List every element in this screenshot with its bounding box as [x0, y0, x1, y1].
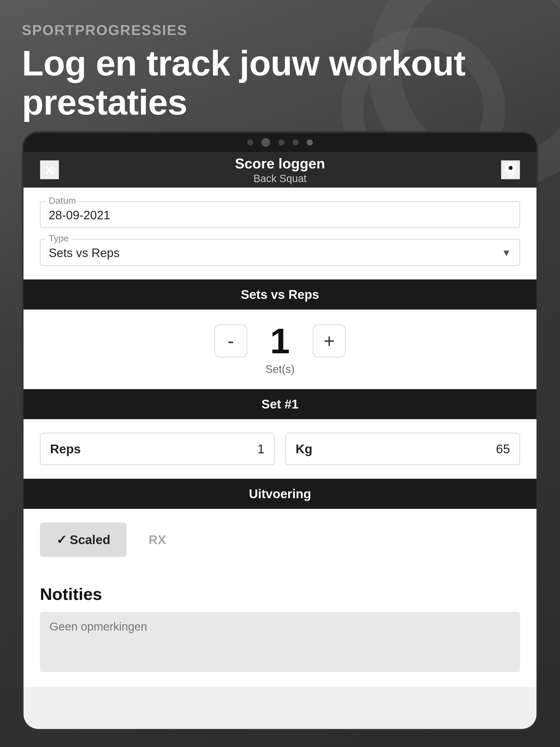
nav-bar: × Score loggen Back Squat: [24, 152, 536, 187]
location-button[interactable]: [501, 160, 520, 179]
scaled-button[interactable]: ✓Scaled: [40, 522, 127, 557]
reps-label: Reps: [50, 442, 81, 456]
set1-label: Set #1: [261, 397, 299, 411]
sets-counter-section: - 1 + Set(s): [24, 310, 536, 389]
rx-button[interactable]: RX: [132, 522, 182, 557]
camera-dot-3: [278, 139, 284, 146]
sets-vs-reps-header: Sets vs Reps: [24, 279, 536, 310]
datum-label: Datum: [46, 195, 79, 206]
camera-dot-5: [307, 139, 313, 146]
header-title: Log en track jouw workout prestaties: [22, 44, 538, 122]
check-icon: ✓: [56, 533, 67, 547]
kg-label: Kg: [296, 442, 312, 456]
datum-value: 28-09-2021: [49, 206, 511, 222]
increment-sets-button[interactable]: +: [313, 325, 346, 357]
sets-unit-label: Set(s): [265, 363, 295, 376]
sets-count-value: 1: [263, 323, 297, 359]
kg-value: 65: [496, 442, 510, 456]
scroll-content[interactable]: Datum 28-09-2021 Type Sets vs Reps ▼ Set…: [24, 187, 536, 729]
notities-title: Notities: [40, 584, 520, 604]
reps-kg-row: Reps 1 Kg 65: [40, 433, 520, 465]
notities-textarea[interactable]: [40, 612, 520, 672]
sets-vs-reps-label: Sets vs Reps: [241, 287, 319, 302]
type-field[interactable]: Type Sets vs Reps ▼: [40, 239, 520, 266]
reps-value: 1: [257, 442, 264, 456]
nav-subtitle: Back Squat: [235, 173, 325, 185]
header-area: SPORTPROGRESSIES Log en track jouw worko…: [22, 22, 538, 122]
close-icon: ×: [44, 160, 55, 179]
close-button[interactable]: ×: [40, 160, 59, 179]
camera-dot-1: [247, 139, 253, 146]
rx-label: RX: [149, 533, 166, 547]
notities-section: Notities: [24, 571, 536, 687]
set1-header: Set #1: [24, 389, 536, 419]
set-detail-section: Reps 1 Kg 65: [24, 419, 536, 479]
nav-title: Score loggen: [235, 155, 325, 172]
camera-dot-4: [292, 139, 299, 146]
type-value: Sets vs Reps: [49, 246, 120, 260]
app-content: × Score loggen Back Squat Datum 28-09-20…: [24, 152, 536, 729]
decrement-sets-button[interactable]: -: [214, 325, 247, 357]
device-frame: × Score loggen Back Squat Datum 28-09-20…: [22, 131, 538, 730]
nav-center: Score loggen Back Squat: [235, 155, 325, 185]
header-subtitle: SPORTPROGRESSIES: [22, 22, 538, 38]
uitvoering-section: ✓Scaled RX: [24, 509, 536, 571]
uitvoering-buttons: ✓Scaled RX: [40, 522, 520, 557]
uitvoering-label: Uitvoering: [249, 487, 311, 501]
svg-point-0: [509, 166, 513, 170]
kg-field[interactable]: Kg 65: [285, 433, 520, 465]
counter-row: - 1 +: [214, 323, 346, 359]
dropdown-arrow-icon: ▼: [502, 247, 511, 259]
minus-icon: -: [228, 330, 234, 352]
type-dropdown[interactable]: Sets vs Reps ▼: [49, 244, 511, 260]
location-icon: [503, 162, 518, 177]
camera-dot-2: [261, 138, 270, 147]
form-card: Datum 28-09-2021 Type Sets vs Reps ▼: [24, 187, 536, 279]
plus-icon: +: [324, 330, 335, 352]
reps-field[interactable]: Reps 1: [40, 433, 275, 465]
datum-field[interactable]: Datum 28-09-2021: [40, 201, 520, 228]
type-label: Type: [46, 233, 72, 243]
scaled-label: Scaled: [70, 533, 110, 547]
camera-bar: [24, 133, 536, 152]
uitvoering-header: Uitvoering: [24, 479, 536, 509]
